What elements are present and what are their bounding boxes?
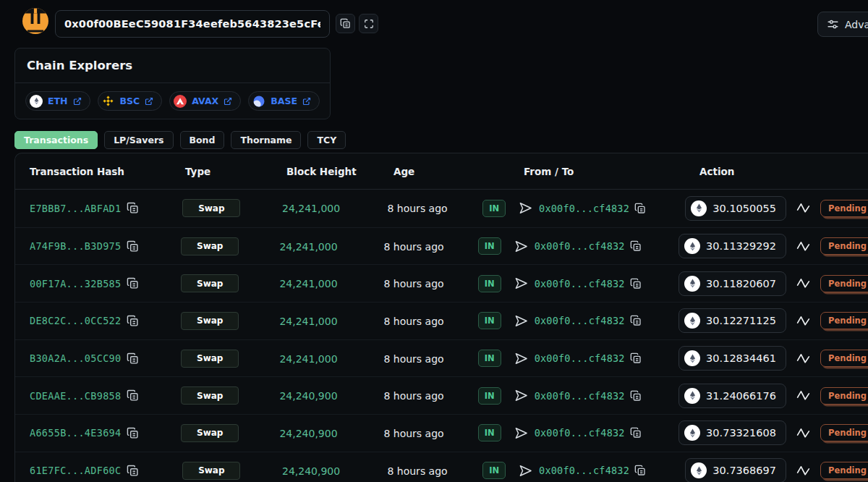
activity-icon[interactable] <box>796 200 811 216</box>
col-type: Type <box>185 166 286 177</box>
address[interactable]: 0x00f0...cf4832 <box>535 240 625 252</box>
block-height[interactable]: 24,240,900 <box>279 428 337 439</box>
activity-icon[interactable] <box>796 276 811 291</box>
tx-hash[interactable]: CDEAAE...CB9858 <box>30 390 121 402</box>
age: 8 hours ago <box>383 428 443 439</box>
tx-hash[interactable]: A74F9B...B3D975 <box>30 240 121 252</box>
block-height[interactable]: 24,241,000 <box>282 203 340 214</box>
copy-address-button[interactable] <box>630 240 642 252</box>
tx-hash[interactable]: E7BBB7...ABFAD1 <box>30 203 121 214</box>
copy-hash-button[interactable] <box>127 389 139 402</box>
amount-pill[interactable]: 30.1050055 <box>685 196 786 221</box>
copy-address-button[interactable] <box>630 315 642 326</box>
copy-address-button[interactable] <box>630 278 642 289</box>
explorer-link-eth[interactable]: ETH <box>25 91 90 111</box>
copy-address-button[interactable] <box>336 14 355 33</box>
address[interactable]: 0x00f0...cf4832 <box>539 203 629 214</box>
activity-icon[interactable] <box>796 313 811 329</box>
activity-icon[interactable] <box>796 388 811 403</box>
copy-icon <box>630 390 642 402</box>
amount-pill[interactable]: 30.11820607 <box>678 271 786 296</box>
copy-hash-button[interactable] <box>127 427 139 439</box>
copy-address-button[interactable] <box>634 465 646 476</box>
tx-hash[interactable]: DE8C2C...0CC522 <box>30 315 121 326</box>
amount-value: 30.1050055 <box>712 203 776 214</box>
copy-address-button[interactable] <box>630 390 642 402</box>
address[interactable]: 0x00f0...cf4832 <box>535 315 625 326</box>
status-badge[interactable]: Pending <box>820 462 868 479</box>
table-row: E7BBB7...ABFAD1 Swap 24,241,000 8 hours … <box>15 190 868 227</box>
block-height[interactable]: 24,240,900 <box>279 390 337 402</box>
eth-asset-icon <box>691 200 707 216</box>
tx-hash[interactable]: 00F17A...32B585 <box>30 278 121 289</box>
address[interactable]: 0x00f0...cf4832 <box>535 427 625 439</box>
app-logo[interactable] <box>22 7 49 35</box>
address[interactable]: 0x00f0...cf4832 <box>535 352 625 364</box>
status-badge[interactable]: Pending <box>820 424 868 441</box>
copy-address-button[interactable] <box>630 427 642 439</box>
address[interactable]: 0x00f0...cf4832 <box>535 278 625 289</box>
status-badge[interactable]: Pending <box>820 200 868 217</box>
avalanche-icon <box>174 95 187 108</box>
fullscreen-button[interactable] <box>359 14 378 33</box>
direction-badge: IN <box>478 350 501 367</box>
advanced-button[interactable]: Advanced <box>817 12 868 37</box>
block-height[interactable]: 24,241,000 <box>279 241 337 253</box>
amount-pill[interactable]: 31.24066176 <box>678 384 786 408</box>
address-input[interactable] <box>55 10 330 38</box>
amount-pill[interactable]: 30.73321608 <box>678 420 786 445</box>
tx-type-button[interactable]: Swap <box>181 386 239 405</box>
direction-badge: IN <box>478 424 501 441</box>
activity-icon[interactable] <box>796 351 811 366</box>
copy-address-button[interactable] <box>630 352 642 364</box>
amount-value: 30.12271125 <box>706 315 776 326</box>
amount-pill[interactable]: 30.12271125 <box>678 308 786 333</box>
section-tabs: Transactions LP/Savers Bond Thorname TCY <box>14 131 346 149</box>
copy-hash-button[interactable] <box>127 465 139 477</box>
block-height[interactable]: 24,241,000 <box>279 278 337 289</box>
explorer-link-base[interactable]: BASE <box>248 91 320 111</box>
explorer-link-label: ETH <box>48 96 68 106</box>
copy-address-button[interactable] <box>634 203 646 214</box>
tx-hash[interactable]: 61E7FC...ADF60C <box>30 465 121 476</box>
tx-hash[interactable]: A6655B...4E3694 <box>30 427 121 439</box>
copy-hash-button[interactable] <box>127 277 139 289</box>
status-badge[interactable]: Pending <box>820 387 868 405</box>
amount-pill[interactable]: 30.12834461 <box>678 346 786 371</box>
status-badge[interactable]: Pending <box>820 275 868 292</box>
tab-thorname[interactable]: Thorname <box>231 131 301 149</box>
direction-badge: IN <box>478 237 501 255</box>
block-height[interactable]: 24,241,000 <box>279 353 337 365</box>
tx-type-button[interactable]: Swap <box>181 237 239 255</box>
tab-lp-savers[interactable]: LP/Savers <box>104 131 173 149</box>
activity-icon[interactable] <box>796 463 811 478</box>
status-badge[interactable]: Pending <box>820 350 868 367</box>
status-badge[interactable]: Pending <box>820 312 868 329</box>
tx-type-button[interactable]: Swap <box>181 312 239 330</box>
tab-bond[interactable]: Bond <box>180 131 225 149</box>
block-height[interactable]: 24,240,900 <box>282 465 340 477</box>
copy-hash-button[interactable] <box>127 352 139 365</box>
explorer-link-bsc[interactable]: BSC <box>98 91 163 111</box>
activity-icon[interactable] <box>796 426 811 441</box>
activity-icon[interactable] <box>796 239 811 254</box>
explorer-link-avax[interactable]: AVAX <box>169 91 241 111</box>
address[interactable]: 0x00f0...cf4832 <box>539 465 629 476</box>
tx-type-button[interactable]: Swap <box>181 424 239 442</box>
copy-hash-button[interactable] <box>127 202 139 214</box>
tx-type-button[interactable]: Swap <box>181 350 239 368</box>
address[interactable]: 0x00f0...cf4832 <box>535 390 625 402</box>
explorer-link-label: BASE <box>271 96 297 106</box>
tab-transactions[interactable]: Transactions <box>14 131 98 149</box>
tx-type-button[interactable]: Swap <box>182 462 240 480</box>
amount-pill[interactable]: 30.7368697 <box>685 458 786 482</box>
status-badge[interactable]: Pending <box>820 237 868 255</box>
copy-hash-button[interactable] <box>127 315 139 327</box>
copy-hash-button[interactable] <box>127 240 139 253</box>
tx-type-button[interactable]: Swap <box>181 274 239 292</box>
tx-hash[interactable]: B30A2A...05CC90 <box>30 352 121 364</box>
amount-pill[interactable]: 30.11329292 <box>678 234 786 258</box>
block-height[interactable]: 24,241,000 <box>279 316 337 327</box>
tab-tcy[interactable]: TCY <box>307 131 346 149</box>
tx-type-button[interactable]: Swap <box>182 199 240 217</box>
